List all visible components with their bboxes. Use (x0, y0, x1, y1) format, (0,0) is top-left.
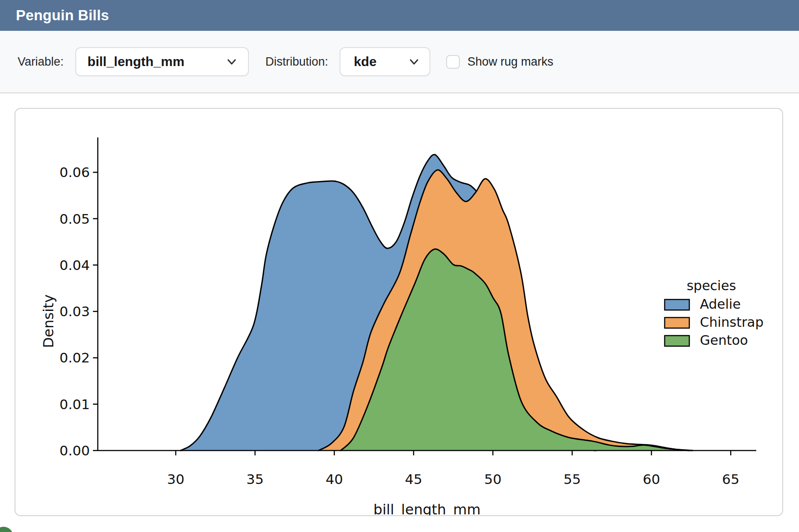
variable-select[interactable]: bill_length_mm (75, 47, 249, 76)
distribution-label: Distribution: (266, 55, 329, 69)
distribution-select-value: kde (354, 54, 377, 69)
y-tick-label: 0.03 (59, 303, 90, 319)
rug-marks-checkbox[interactable] (446, 55, 460, 69)
legend-swatch-adelie (665, 299, 689, 310)
x-tick-label: 65 (722, 471, 739, 487)
legend-label-chinstrap: Chinstrap (700, 314, 763, 330)
controls-toolbar: Variable: bill_length_mm Distribution: k… (0, 31, 799, 93)
corner-fab-peek[interactable] (0, 527, 13, 532)
legend-swatch-gentoo (665, 336, 689, 346)
y-tick-label: 0.02 (59, 350, 90, 366)
x-tick-label: 55 (563, 471, 581, 487)
y-tick-label: 0.00 (59, 443, 90, 458)
penguin-bills-app: { "header": { "title": "Penguin Bills" }… (0, 0, 799, 532)
legend-label-gentoo: Gentoo (700, 332, 748, 348)
distribution-select[interactable]: kde (340, 47, 430, 76)
x-tick-label: 35 (246, 471, 263, 487)
app-header: Penguin Bills (0, 0, 799, 31)
rug-marks-label: Show rug marks (467, 55, 553, 69)
y-tick-label: 0.04 (59, 257, 90, 273)
y-tick-label: 0.01 (59, 396, 90, 412)
y-tick-label: 0.05 (59, 211, 90, 227)
x-tick-label: 30 (167, 471, 184, 487)
x-tick-label: 60 (643, 471, 660, 487)
x-tick-label: 45 (405, 471, 422, 487)
chart-card: 30354045505560650.000.010.020.030.040.05… (15, 108, 783, 516)
page-title: Penguin Bills (16, 7, 109, 24)
x-axis-title: bill_length_mm (374, 501, 481, 515)
kde-density-chart: 30354045505560650.000.010.020.030.040.05… (15, 109, 782, 515)
x-tick-label: 40 (326, 471, 343, 487)
chevron-down-icon (226, 56, 237, 67)
x-tick-label: 50 (484, 471, 501, 487)
legend-swatch-chinstrap (665, 318, 689, 328)
variable-select-value: bill_length_mm (88, 54, 185, 69)
y-axis-title: Density (40, 295, 57, 348)
legend-label-adelie: Adelie (700, 296, 741, 312)
legend-title: species (687, 278, 736, 293)
chevron-down-icon (408, 56, 420, 67)
y-tick-label: 0.06 (59, 164, 90, 180)
variable-label: Variable: (18, 55, 64, 69)
